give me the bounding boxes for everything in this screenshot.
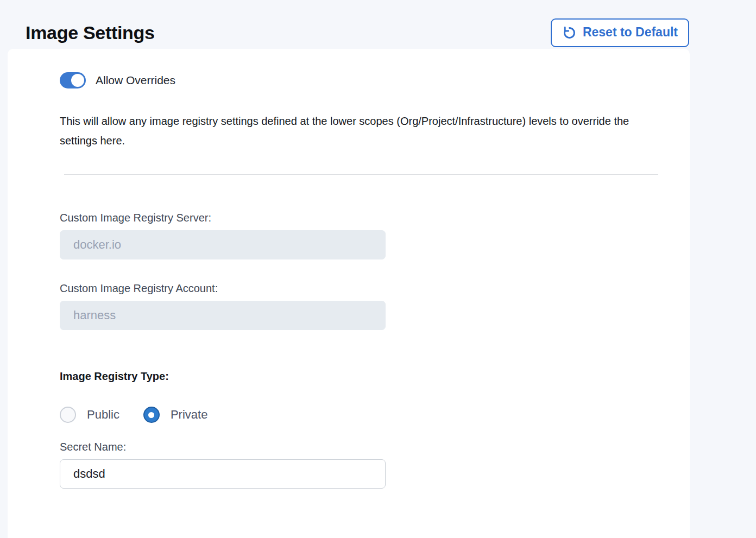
secret-name-label: Secret Name: xyxy=(60,440,690,453)
page-title: Image Settings xyxy=(26,22,155,43)
registry-server-input[interactable] xyxy=(60,230,386,259)
allow-overrides-row: Allow Overrides xyxy=(60,72,690,88)
allow-overrides-label: Allow Overrides xyxy=(96,74,175,87)
registry-account-label: Custom Image Registry Account: xyxy=(60,282,690,295)
secret-name-input[interactable] xyxy=(60,459,386,489)
radio-public-label: Public xyxy=(87,408,119,422)
radio-public-control[interactable] xyxy=(60,407,76,423)
registry-type-field: Image Registry Type: Public Private xyxy=(60,370,690,423)
allow-overrides-toggle[interactable] xyxy=(60,72,86,88)
radio-option-private[interactable]: Private xyxy=(143,407,207,423)
radio-option-public[interactable]: Public xyxy=(60,407,119,423)
reset-to-default-button[interactable]: Reset to Default xyxy=(551,18,689,47)
registry-account-input[interactable] xyxy=(60,301,386,330)
overrides-description: This will allow any image registry setti… xyxy=(60,111,664,150)
rotate-left-icon xyxy=(562,26,577,40)
registry-server-label: Custom Image Registry Server: xyxy=(60,211,690,224)
radio-private-control[interactable] xyxy=(143,407,160,423)
settings-card: Allow Overrides This will allow any imag… xyxy=(8,49,690,538)
registry-server-field: Custom Image Registry Server: xyxy=(60,211,690,259)
registry-type-label: Image Registry Type: xyxy=(60,370,690,383)
registry-account-field: Custom Image Registry Account: xyxy=(60,282,690,330)
secret-name-field: Secret Name: xyxy=(60,440,690,489)
registry-type-options: Public Private xyxy=(60,407,690,423)
image-settings-page: Image Settings Reset to Default Allow Ov… xyxy=(0,0,756,538)
reset-button-label: Reset to Default xyxy=(583,26,678,39)
section-divider xyxy=(64,174,658,175)
radio-private-label: Private xyxy=(171,408,207,422)
page-header: Image Settings Reset to Default xyxy=(0,0,756,49)
toggle-knob xyxy=(71,74,84,87)
